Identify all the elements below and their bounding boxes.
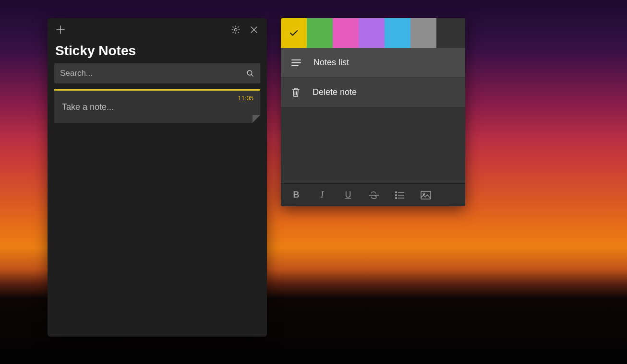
format-image-button[interactable] [415,186,436,204]
titlebar [48,18,267,41]
settings-button[interactable] [227,21,245,39]
svg-point-13 [423,193,425,195]
plus-icon [56,25,65,34]
svg-point-0 [234,28,237,31]
menu-item-delete-note[interactable]: Delete note [281,78,465,107]
note-body-area[interactable] [281,107,465,183]
color-swatch-purple[interactable] [359,18,385,48]
color-swatch-gray[interactable] [410,18,436,48]
note-menu: Notes list Delete note [281,48,465,107]
note-editor-window: Notes list Delete note B I U [281,18,465,206]
close-window-button[interactable] [245,21,263,39]
format-toolbar: B I U [281,183,465,206]
sticky-notes-window: Sticky Notes 11:05 Take a note... [48,18,267,337]
format-bold-button[interactable]: B [286,186,307,204]
search-field[interactable] [54,63,260,83]
list-icon [291,59,301,67]
underline-icon: U [345,190,351,200]
note-card[interactable]: 11:05 Take a note... [54,89,260,123]
app-title: Sticky Notes [48,41,267,63]
note-fold-corner [253,115,260,123]
search-input[interactable] [60,69,241,78]
trash-icon [291,88,300,97]
svg-point-8 [396,197,397,199]
menu-label-delete-note: Delete note [313,87,357,97]
gear-icon [231,25,241,35]
format-underline-button[interactable]: U [338,186,359,204]
svg-line-2 [251,74,253,76]
note-preview-text: Take a note... [62,102,253,112]
menu-label-notes-list: Notes list [314,58,349,68]
color-row-filler [436,18,465,48]
checkmark-icon [289,30,298,36]
color-swatch-green[interactable] [307,18,333,48]
svg-point-7 [396,194,397,196]
italic-icon: I [321,190,324,200]
strikethrough-icon [369,191,379,200]
new-note-button[interactable] [51,21,70,39]
color-swatch-pink[interactable] [333,18,359,48]
close-icon [250,26,258,34]
format-bullets-button[interactable] [389,186,410,204]
svg-rect-12 [421,191,431,199]
menu-item-notes-list[interactable]: Notes list [281,48,465,78]
svg-point-6 [396,191,397,193]
color-swatch-yellow[interactable] [281,18,307,48]
format-italic-button[interactable]: I [312,186,333,204]
format-strikethrough-button[interactable] [363,186,385,204]
color-swatch-blue[interactable] [385,18,410,48]
search-icon [246,69,254,78]
bold-icon: B [293,190,300,200]
bullet-list-icon [395,191,405,199]
color-picker-row [281,18,465,48]
image-icon [421,191,431,200]
note-timestamp: 11:05 [238,94,253,102]
